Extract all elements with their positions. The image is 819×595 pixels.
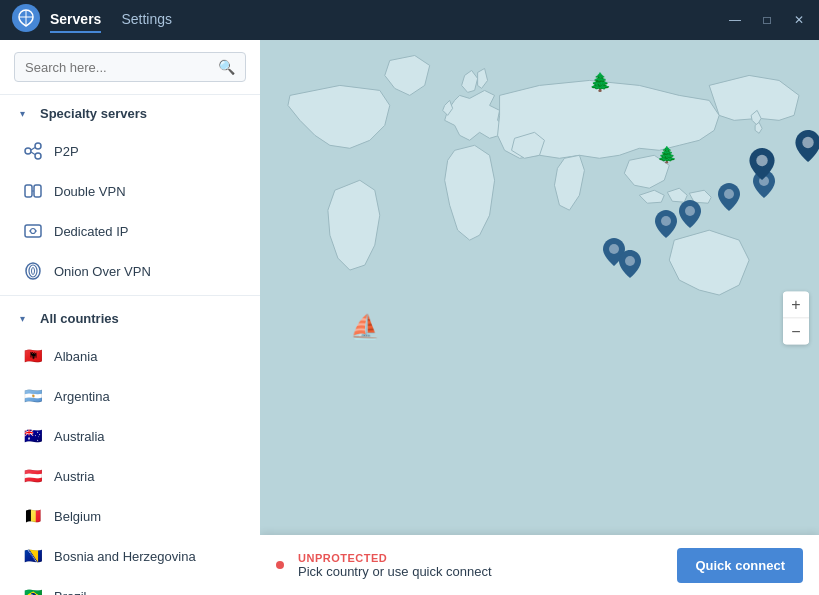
svg-line-6 — [31, 148, 35, 151]
title-bar: Servers Settings — □ ✕ — [0, 0, 819, 40]
sidebar-item-bosnia[interactable]: 🇧🇦 Bosnia and Herzegovina — [0, 536, 260, 576]
onion-over-vpn-label: Onion Over VPN — [54, 264, 151, 279]
status-indicator — [276, 561, 284, 569]
sidebar-item-dedicated-ip[interactable]: Dedicated IP — [0, 211, 260, 251]
svg-point-29 — [802, 137, 813, 148]
svg-point-24 — [685, 206, 695, 216]
status-text-group: UNPROTECTED Pick country or use quick co… — [298, 552, 677, 579]
svg-point-28 — [756, 155, 767, 166]
svg-point-4 — [35, 143, 41, 149]
svg-point-17 — [32, 268, 35, 275]
sidebar-item-double-vpn[interactable]: Double VPN — [0, 171, 260, 211]
countries-chevron-icon: ▾ — [14, 310, 30, 326]
albania-flag: 🇦🇱 — [22, 345, 44, 367]
sidebar-item-albania[interactable]: 🇦🇱 Albania — [0, 336, 260, 376]
svg-rect-11 — [25, 225, 41, 237]
main-layout: 🔍 ▾ Specialty servers — [0, 40, 819, 595]
belgium-flag: 🇧🇪 — [22, 505, 44, 527]
sidebar-item-argentina[interactable]: 🇦🇷 Argentina — [0, 376, 260, 416]
svg-point-26 — [609, 244, 619, 254]
austria-flag: 🇦🇹 — [22, 465, 44, 487]
brazil-label: Brazil — [54, 589, 87, 596]
specialty-servers-section[interactable]: ▾ Specialty servers — [0, 95, 260, 131]
section-divider — [0, 295, 260, 296]
svg-text:🌲: 🌲 — [657, 145, 677, 164]
svg-rect-9 — [34, 185, 41, 197]
bosnia-flag: 🇧🇦 — [22, 545, 44, 567]
status-description: Pick country or use quick connect — [298, 564, 677, 579]
search-icon: 🔍 — [218, 59, 235, 75]
double-vpn-label: Double VPN — [54, 184, 126, 199]
sidebar-item-austria[interactable]: 🇦🇹 Austria — [0, 456, 260, 496]
svg-point-23 — [724, 189, 734, 199]
belgium-label: Belgium — [54, 509, 101, 524]
sidebar-item-belgium[interactable]: 🇧🇪 Belgium — [0, 496, 260, 536]
australia-flag: 🇦🇺 — [22, 425, 44, 447]
close-button[interactable]: ✕ — [791, 12, 807, 28]
status-bar: UNPROTECTED Pick country or use quick co… — [260, 535, 819, 595]
bosnia-label: Bosnia and Herzegovina — [54, 549, 196, 564]
specialty-servers-label: Specialty servers — [40, 106, 147, 121]
map-pin-china — [679, 200, 701, 228]
quick-connect-button[interactable]: Quick connect — [677, 548, 803, 583]
app-logo — [12, 4, 40, 36]
map-pin-far-east — [795, 130, 819, 162]
onion-over-vpn-icon — [22, 260, 44, 282]
svg-point-5 — [35, 153, 41, 159]
minimize-button[interactable]: — — [727, 12, 743, 28]
search-box: 🔍 — [14, 52, 246, 82]
austria-label: Austria — [54, 469, 94, 484]
dedicated-ip-icon — [22, 220, 44, 242]
argentina-label: Argentina — [54, 389, 110, 404]
svg-point-16 — [29, 265, 37, 277]
p2p-label: P2P — [54, 144, 79, 159]
map-pin-middle-east — [619, 250, 641, 278]
dedicated-ip-label: Dedicated IP — [54, 224, 128, 239]
p2p-icon — [22, 140, 44, 162]
zoom-out-button[interactable]: − — [783, 318, 809, 344]
argentina-flag: 🇦🇷 — [22, 385, 44, 407]
sidebar-item-p2p[interactable]: P2P — [0, 131, 260, 171]
window-controls: — □ ✕ — [727, 12, 807, 28]
double-vpn-icon — [22, 180, 44, 202]
svg-text:⛵: ⛵ — [350, 312, 380, 341]
australia-label: Australia — [54, 429, 105, 444]
tab-settings[interactable]: Settings — [121, 7, 172, 33]
sidebar-item-brazil[interactable]: 🇧🇷 Brazil — [0, 576, 260, 595]
map-pin-sea — [655, 210, 677, 238]
brazil-flag: 🇧🇷 — [22, 585, 44, 595]
sidebar-list: ▾ Specialty servers P2P — [0, 95, 260, 595]
search-container: 🔍 — [0, 40, 260, 95]
search-input[interactable] — [25, 60, 218, 75]
sidebar-item-australia[interactable]: 🇦🇺 Australia — [0, 416, 260, 456]
svg-point-12 — [31, 229, 36, 234]
map-pin-korea — [718, 183, 740, 211]
svg-text:🌲: 🌲 — [589, 71, 612, 93]
albania-label: Albania — [54, 349, 97, 364]
svg-point-3 — [25, 148, 31, 154]
status-label: UNPROTECTED — [298, 552, 677, 564]
sidebar: 🔍 ▾ Specialty servers — [0, 40, 260, 595]
specialty-chevron-icon: ▾ — [14, 105, 30, 121]
svg-line-7 — [31, 152, 35, 155]
svg-rect-8 — [25, 185, 32, 197]
title-bar-tabs: Servers Settings — [50, 7, 172, 33]
all-countries-section[interactable]: ▾ All countries — [0, 300, 260, 336]
maximize-button[interactable]: □ — [759, 12, 775, 28]
zoom-controls: + − — [783, 291, 809, 344]
sidebar-item-onion-vpn[interactable]: Onion Over VPN — [0, 251, 260, 291]
tab-servers[interactable]: Servers — [50, 7, 101, 33]
all-countries-label: All countries — [40, 311, 119, 326]
map-area: 🌲 🌲 ⛵ — [260, 40, 819, 595]
zoom-in-button[interactable]: + — [783, 291, 809, 317]
map-pin-europe — [749, 148, 775, 180]
svg-point-25 — [661, 216, 671, 226]
svg-point-27 — [625, 256, 635, 266]
